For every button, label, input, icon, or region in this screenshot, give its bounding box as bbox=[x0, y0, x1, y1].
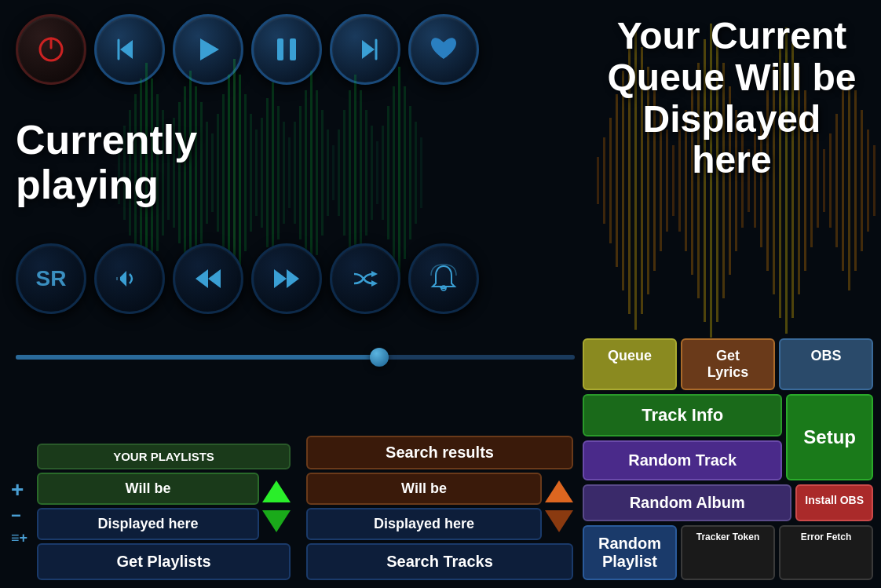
search-display1: Will be bbox=[306, 473, 542, 505]
queue-button[interactable]: Queue bbox=[583, 338, 677, 390]
currently-playing-section: Currently playing bbox=[16, 118, 300, 207]
playlist-side-buttons: + − ≡+ bbox=[8, 444, 31, 580]
favorite-button[interactable] bbox=[408, 14, 479, 85]
pause-button[interactable] bbox=[251, 14, 322, 85]
svg-rect-42 bbox=[349, 90, 351, 255]
progress-thumb[interactable] bbox=[370, 348, 389, 367]
random-playlist-button[interactable]: Random Playlist bbox=[583, 525, 677, 580]
svg-rect-43 bbox=[354, 75, 356, 271]
playlist-scroll-up-button[interactable] bbox=[262, 480, 291, 502]
action-row5: Random Playlist Tracker Token Error Fetc… bbox=[583, 525, 873, 580]
playlist-display2: Displayed here bbox=[37, 508, 259, 540]
bell-button[interactable] bbox=[408, 243, 479, 314]
search-scroll-up-button[interactable] bbox=[545, 480, 573, 502]
playlist-list-button[interactable]: ≡+ bbox=[8, 529, 31, 546]
svg-rect-48 bbox=[382, 126, 384, 220]
svg-rect-36 bbox=[316, 90, 318, 255]
svg-rect-55 bbox=[420, 137, 422, 208]
svg-rect-34 bbox=[305, 90, 307, 255]
search-scroll-down-button[interactable] bbox=[545, 510, 573, 532]
svg-rect-106 bbox=[277, 38, 283, 60]
svg-marker-115 bbox=[287, 269, 299, 288]
search-tracks-button[interactable]: Search Tracks bbox=[306, 543, 573, 580]
error-fetch-button[interactable]: Error Fetch bbox=[779, 525, 873, 580]
fast-forward-button[interactable] bbox=[251, 243, 322, 314]
svg-rect-39 bbox=[332, 145, 334, 200]
sr-button[interactable]: SR bbox=[16, 243, 86, 314]
power-button[interactable] bbox=[16, 14, 86, 85]
svg-marker-112 bbox=[196, 269, 208, 288]
playlist-main-panel: YOUR PLAYLISTS Will be Displayed here Ge… bbox=[37, 444, 291, 580]
rewind-button[interactable] bbox=[173, 243, 243, 314]
svg-rect-41 bbox=[343, 110, 345, 236]
search-main-panel: Search results Will be Displayed here Se… bbox=[306, 436, 573, 580]
get-playlists-button[interactable]: Get Playlists bbox=[37, 543, 291, 580]
progress-bar-section[interactable] bbox=[16, 355, 575, 360]
shuffle-button[interactable] bbox=[330, 243, 400, 314]
svg-rect-107 bbox=[290, 38, 296, 60]
svg-marker-103 bbox=[120, 40, 133, 59]
svg-marker-116 bbox=[371, 271, 378, 277]
action-row4: Random Album Install OBS bbox=[583, 484, 873, 521]
search-display2: Displayed here bbox=[306, 508, 542, 540]
queue-display-section: Your Current Queue Will be Displayed her… bbox=[598, 16, 865, 181]
svg-marker-117 bbox=[371, 280, 378, 287]
svg-marker-108 bbox=[362, 40, 375, 59]
playlist-header: YOUR PLAYLISTS bbox=[37, 444, 291, 469]
svg-marker-105 bbox=[200, 38, 219, 60]
playlist-add-button[interactable]: + bbox=[8, 477, 31, 502]
middle-controls-row: SR bbox=[16, 243, 479, 314]
svg-rect-40 bbox=[338, 130, 340, 216]
svg-rect-49 bbox=[387, 106, 389, 239]
svg-rect-44 bbox=[360, 90, 362, 255]
svg-rect-38 bbox=[327, 130, 329, 216]
svg-rect-37 bbox=[321, 110, 324, 236]
install-obs-button[interactable]: Install OBS bbox=[795, 484, 873, 521]
svg-rect-50 bbox=[393, 86, 395, 259]
track-info-button[interactable]: Track Info bbox=[583, 394, 782, 436]
next-button[interactable] bbox=[330, 14, 400, 85]
svg-marker-110 bbox=[120, 271, 126, 287]
previous-button[interactable] bbox=[94, 14, 165, 85]
action-buttons-panel: Queue Get Lyrics OBS Track Info Setup Ra… bbox=[583, 338, 873, 580]
svg-rect-47 bbox=[376, 141, 378, 204]
sr-label: SR bbox=[36, 266, 67, 291]
random-album-button[interactable]: Random Album bbox=[583, 484, 791, 521]
svg-rect-52 bbox=[404, 86, 406, 259]
random-track-button[interactable]: Random Track bbox=[583, 440, 782, 480]
get-lyrics-button[interactable]: Get Lyrics bbox=[681, 338, 775, 390]
progress-bar[interactable] bbox=[16, 355, 575, 360]
svg-rect-99 bbox=[867, 130, 869, 232]
svg-rect-45 bbox=[365, 110, 367, 236]
search-results-header: Search results bbox=[306, 436, 573, 469]
volume-down-button[interactable] bbox=[94, 243, 165, 314]
svg-rect-46 bbox=[371, 126, 373, 220]
search-section: Search results Will be Displayed here Se… bbox=[306, 436, 573, 580]
tracker-token-button[interactable]: Tracker Token bbox=[681, 525, 775, 580]
obs-button[interactable]: OBS bbox=[779, 338, 873, 390]
svg-rect-53 bbox=[409, 106, 411, 239]
currently-playing-label: Currently playing bbox=[16, 118, 300, 207]
play-button[interactable] bbox=[173, 14, 243, 85]
playlist-scroll-down-button[interactable] bbox=[262, 510, 291, 532]
svg-marker-113 bbox=[208, 269, 221, 288]
playlists-section: + − ≡+ YOUR PLAYLISTS Will be Displayed … bbox=[8, 444, 291, 580]
setup-button[interactable]: Setup bbox=[786, 394, 873, 480]
svg-rect-54 bbox=[415, 122, 417, 224]
svg-rect-100 bbox=[873, 145, 876, 216]
playlist-display1: Will be bbox=[37, 473, 259, 505]
playlist-remove-button[interactable]: − bbox=[8, 506, 31, 526]
svg-marker-114 bbox=[274, 269, 287, 288]
queue-title: Your Current Queue Will be Displayed her… bbox=[598, 16, 865, 181]
action-row1: Queue Get Lyrics OBS bbox=[583, 338, 873, 390]
progress-fill bbox=[16, 355, 379, 360]
